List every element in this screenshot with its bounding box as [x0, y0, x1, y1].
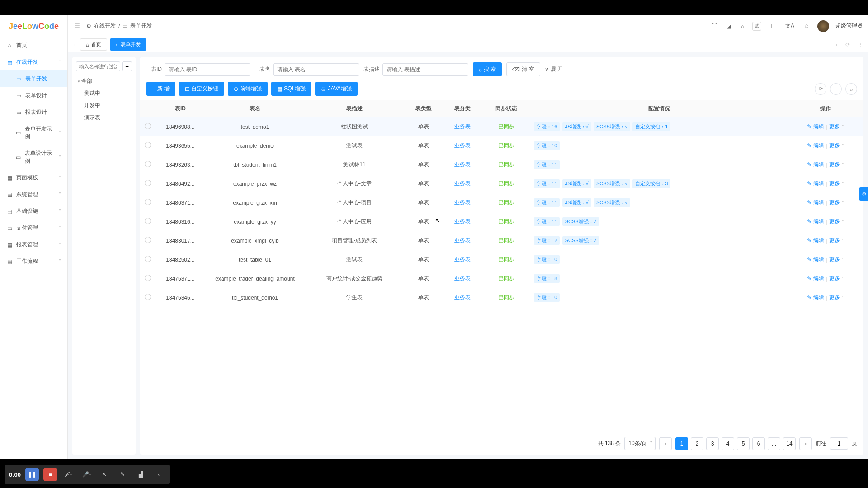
cell-category[interactable]: 业务表 [454, 180, 471, 187]
tree-root[interactable]: 全部 [76, 75, 132, 87]
edit-link[interactable]: ✎ 编辑 [807, 294, 824, 301]
clear-button[interactable]: ⌫ 清 空 [506, 62, 540, 76]
rec-pen[interactable]: ✎ [116, 468, 129, 481]
tab-prev[interactable]: ‹ [71, 42, 79, 48]
row-radio[interactable] [145, 275, 151, 281]
nav-item[interactable]: ▦页面模板˅ [0, 169, 67, 186]
crumb-1[interactable]: 表单开发 [130, 22, 152, 30]
page-button[interactable]: 6 [752, 437, 765, 450]
tab-grid[interactable]: ⁝⁝ [855, 42, 864, 48]
nav-subitem[interactable]: ▭表单开发 [0, 70, 67, 87]
nav-subitem[interactable]: ▭表单开发示例˅ [0, 121, 67, 145]
nav-home[interactable]: ⌂ 首页 [0, 37, 67, 54]
cell-category[interactable]: 业务表 [454, 275, 471, 282]
page-button[interactable]: 14 [783, 437, 796, 450]
page-next[interactable]: › [799, 437, 812, 450]
more-link[interactable]: 更多 [829, 256, 840, 263]
avatar[interactable] [817, 20, 829, 32]
add-button[interactable]: +新 增 [146, 82, 175, 96]
search-toggle-button[interactable]: ⌕ [845, 83, 857, 95]
cell-category[interactable]: 业务表 [454, 161, 471, 168]
row-radio[interactable] [145, 294, 151, 300]
cell-category[interactable]: 业务表 [454, 237, 471, 244]
nav-item[interactable]: ▦报表管理˅ [0, 236, 67, 253]
fullscreen-icon[interactable]: ⛶ [710, 21, 719, 31]
table-row[interactable]: 18486492...example_grzx_wz个人中心-文章单表业务表已同… [140, 174, 863, 193]
tab-refresh[interactable]: ⟳ [843, 42, 853, 48]
more-link[interactable]: 更多 [829, 142, 840, 150]
page-button[interactable]: 1 [675, 437, 688, 450]
filter-id-input[interactable] [165, 63, 250, 76]
more-link[interactable]: 更多 [829, 237, 840, 244]
sql-enhance-button[interactable]: ▤SQL增强 [271, 82, 311, 96]
more-link[interactable]: 更多 [829, 180, 840, 188]
expand-toggle[interactable]: ∨ 展 开 [545, 66, 563, 73]
more-link[interactable]: 更多 [829, 123, 840, 131]
nav-subitem[interactable]: ▭表单设计示例˅ [0, 145, 67, 169]
row-radio[interactable] [145, 180, 151, 186]
user-name[interactable]: 超级管理员 [835, 22, 863, 30]
tree-add-button[interactable]: + [122, 61, 132, 71]
row-radio[interactable] [145, 161, 151, 167]
page-button[interactable]: 5 [737, 437, 750, 450]
more-link[interactable]: 更多 [829, 294, 840, 301]
menu-toggle[interactable]: ☰ [73, 21, 82, 31]
table-row[interactable]: 18486316...example_grzx_yy个人中心-应用单表业务表已同… [140, 212, 863, 231]
cell-category[interactable]: 业务表 [454, 256, 471, 263]
nav-item[interactable]: ▦工作流程˅ [0, 253, 67, 270]
page-prev[interactable]: ‹ [659, 437, 672, 450]
more-link[interactable]: 更多 [829, 275, 840, 282]
table-row[interactable]: 18493263...tbl_student_linlin1测试林11单表业务表… [140, 155, 863, 174]
nav-item[interactable]: ▤基础设施˅ [0, 203, 67, 220]
row-radio[interactable] [145, 256, 151, 262]
theme-icon[interactable]: ◢ [725, 21, 733, 31]
fe-enhance-button[interactable]: ⊕前端增强 [228, 82, 268, 96]
rec-collapse[interactable]: ‹ [152, 468, 165, 481]
row-radio[interactable] [145, 218, 151, 224]
page-button[interactable]: 2 [691, 437, 703, 450]
edit-link[interactable]: ✎ 编辑 [807, 237, 824, 244]
filter-desc-input[interactable] [382, 63, 468, 76]
edit-link[interactable]: ✎ 编辑 [807, 275, 824, 282]
custom-button[interactable]: ⊡自定义按钮 [179, 82, 224, 96]
page-button[interactable]: 3 [706, 437, 719, 450]
table-row[interactable]: 18496908...test_demo1柱状图测试单表业务表已同步字段：16 … [140, 117, 863, 136]
font-icon[interactable]: Tт [768, 21, 777, 31]
cell-category[interactable]: 业务表 [454, 123, 471, 130]
nav-subitem[interactable]: ▭报表设计 [0, 104, 67, 121]
cell-category[interactable]: 业务表 [454, 294, 471, 300]
edit-link[interactable]: ✎ 编辑 [807, 218, 824, 225]
row-radio[interactable] [145, 123, 151, 129]
tab-form-dev[interactable]: ○ 表单开发 [110, 38, 147, 51]
settings-float-button[interactable]: ⚙ [859, 187, 868, 201]
more-link[interactable]: 更多 [829, 161, 840, 169]
row-radio[interactable] [145, 199, 151, 205]
edit-link[interactable]: ✎ 编辑 [807, 142, 824, 150]
crumb-0[interactable]: 在线开发 [94, 22, 116, 30]
more-link[interactable]: 更多 [829, 199, 840, 206]
rec-pause[interactable]: ❚❚ [25, 468, 39, 481]
row-radio[interactable] [145, 142, 151, 148]
table-row[interactable]: 18475346...tbl_student_demo1学生表单表业务表已同步字… [140, 288, 863, 307]
bell-icon[interactable]: ♤ [802, 21, 811, 31]
table-row[interactable]: 18493655...example_demo测试表单表业务表已同步字段：10✎… [140, 136, 863, 155]
page-button[interactable]: 4 [722, 437, 734, 450]
rec-brush[interactable]: 🖌▾ [61, 468, 75, 481]
refresh-button[interactable]: ⟳ [815, 83, 826, 95]
tab-home[interactable]: ⌂ 首页 [80, 38, 107, 51]
tree-node[interactable]: 演示表 [76, 112, 132, 124]
cell-category[interactable]: 业务表 [454, 142, 471, 149]
lang-icon[interactable]: 文A [783, 20, 796, 32]
rec-mic[interactable]: 🎤▾ [80, 468, 93, 481]
cell-category[interactable]: 业务表 [454, 199, 471, 206]
row-radio[interactable] [145, 237, 151, 243]
nav-item[interactable]: ▦在线开发˄ [0, 54, 67, 70]
nav-item[interactable]: ▭支付管理˅ [0, 220, 67, 236]
edit-link[interactable]: ✎ 编辑 [807, 161, 824, 169]
table-row[interactable]: 18482502...test_table_01测试表单表业务表已同步字段：10… [140, 250, 863, 269]
tab-next[interactable]: › [833, 42, 840, 48]
rec-pointer[interactable]: ↖ [98, 468, 111, 481]
rec-erase[interactable]: ▟ [134, 468, 147, 481]
filter-name-input[interactable] [273, 63, 359, 76]
nav-item[interactable]: ▤系统管理˅ [0, 186, 67, 203]
